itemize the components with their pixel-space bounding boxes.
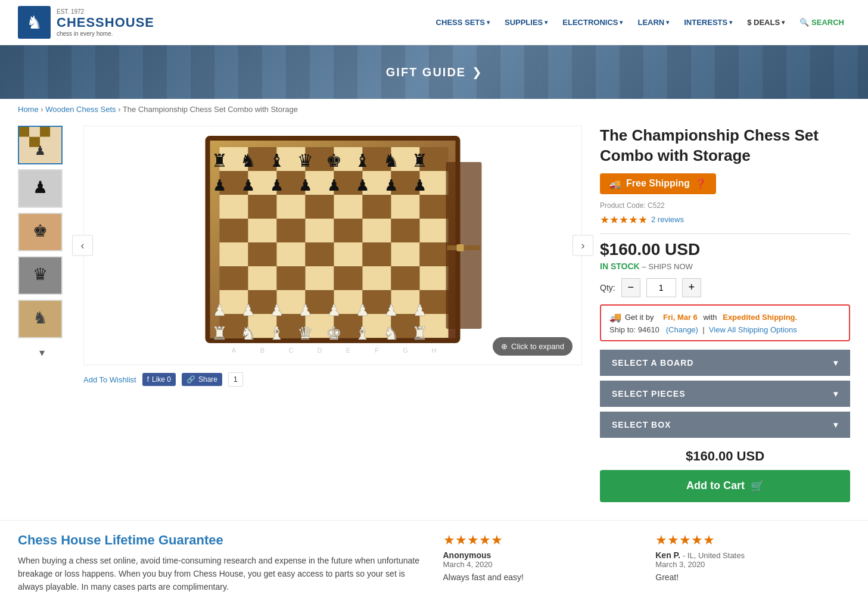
prev-image-button[interactable]: ‹ [72, 235, 93, 256]
svg-rect-56 [334, 242, 363, 266]
logo[interactable]: ♞ EST. 1972 CHESSHOUSE chess in every ho… [18, 6, 154, 39]
facebook-share-button[interactable]: 🔗 Share [182, 373, 222, 386]
view-all-shipping-link[interactable]: View All Shipping Options [709, 325, 797, 334]
svg-text:♞: ♞ [383, 151, 399, 170]
nav-supplies[interactable]: SUPPLIES ▾ [499, 13, 553, 32]
thumbnail-3[interactable]: ♚ [18, 213, 63, 251]
select-box-label: SELECT BOX [612, 420, 671, 429]
svg-text:♛: ♛ [297, 151, 313, 170]
chevron-down-icon: ▾ [545, 19, 547, 26]
chevron-down-icon: ▾ [833, 420, 838, 429]
product-code-label: Product Code: [600, 201, 646, 210]
svg-rect-63 [306, 266, 334, 290]
nav-deals[interactable]: $ DEALS ▾ [741, 13, 791, 32]
free-shipping-badge[interactable]: 🚚 Free Shipping ❓ [600, 173, 716, 194]
thumbnail-1[interactable]: ♟ [18, 126, 63, 164]
bottom-section: Chess House Lifetime Guarantee When buyi… [0, 520, 868, 606]
svg-text:♚: ♚ [33, 221, 48, 240]
fb-icon: f [147, 375, 149, 384]
svg-text:♞: ♞ [240, 323, 256, 343]
svg-rect-61 [248, 266, 277, 290]
svg-text:♟: ♟ [384, 301, 398, 319]
banner-text: GIFT GUIDE [386, 66, 466, 79]
ships-now: – SHIPS NOW [642, 262, 693, 271]
next-image-button[interactable]: › [573, 235, 593, 256]
select-box-button[interactable]: SELECT BOX ▾ [600, 412, 850, 438]
svg-rect-65 [363, 266, 391, 290]
svg-text:F: F [375, 347, 379, 354]
review-card-1: ★★★★★ Anonymous March 4, 2020 Always fas… [443, 533, 638, 594]
facebook-like-button[interactable]: f Like 0 [142, 373, 176, 386]
svg-rect-53 [248, 242, 277, 266]
thumbnail-2[interactable]: ♟ [18, 169, 63, 208]
banner-arrow-icon: ❯ [472, 65, 482, 79]
svg-rect-4 [29, 127, 40, 137]
svg-rect-3 [19, 127, 29, 137]
svg-text:♟: ♟ [356, 176, 369, 194]
svg-rect-36 [220, 195, 248, 219]
nav-chess-sets[interactable]: CHESS SETS ▾ [430, 13, 496, 32]
reviews-link[interactable]: 2 reviews [651, 215, 684, 224]
change-zip-link[interactable]: (Change) [666, 325, 698, 334]
ship-to-text: Ship to: 94610 [609, 325, 659, 334]
reviewer-name-2: Ken P. - IL, United States [655, 550, 850, 560]
thumbnail-4[interactable]: ♛ [18, 256, 63, 295]
thumbnail-scroll-down[interactable]: ▾ [18, 343, 66, 362]
divider-1 [600, 234, 850, 234]
qty-minus-button[interactable]: − [621, 278, 640, 297]
expedited-shipping-link[interactable]: Expedited Shipping. [723, 313, 797, 322]
svg-text:♟: ♟ [298, 176, 312, 194]
product-main-image: ♜ ♞ ♝ ♛ ♚ ♝ ♞ ♜ ♟ ♟ ♟ ♟ ♟ ♟ ♟ ♟ [84, 126, 581, 365]
site-header: ♞ EST. 1972 CHESSHOUSE chess in every ho… [0, 0, 868, 45]
svg-text:♞: ♞ [33, 308, 48, 327]
add-to-cart-button[interactable]: Add to Cart 🛒 [600, 470, 850, 502]
add-to-wishlist-link[interactable]: Add To Wishlist [83, 375, 136, 384]
main-image-container: ♜ ♞ ♝ ♛ ♚ ♝ ♞ ♜ ♟ ♟ ♟ ♟ ♟ ♟ ♟ ♟ [83, 126, 582, 365]
qty-label: Qty: [600, 283, 615, 292]
review-date-2: March 3, 2020 [655, 560, 850, 569]
svg-text:♟: ♟ [241, 176, 255, 194]
svg-text:♟: ♟ [241, 301, 255, 319]
qty-input[interactable] [646, 278, 676, 297]
svg-text:♟: ♟ [270, 176, 284, 194]
guarantee-title: Chess House Lifetime Guarantee [18, 533, 425, 548]
nav-search[interactable]: 🔍 SEARCH [794, 13, 850, 32]
chess-board-svg: ♜ ♞ ♝ ♛ ♚ ♝ ♞ ♜ ♟ ♟ ♟ ♟ ♟ ♟ ♟ ♟ [84, 126, 581, 365]
ship-to-line: Ship to: 94610 (Change) | View All Shipp… [609, 325, 841, 334]
guarantee-section: Chess House Lifetime Guarantee When buyi… [18, 533, 425, 594]
svg-rect-45 [248, 219, 277, 242]
nav-interests[interactable]: INTERESTS ▾ [678, 13, 738, 32]
svg-text:♟: ♟ [213, 176, 226, 194]
svg-rect-48 [334, 219, 363, 242]
nav-electronics[interactable]: ELECTRONICS ▾ [556, 13, 629, 32]
thumbnail-list: ♟ ♟ ♚ ♛ ♞ ▾ [18, 126, 66, 502]
svg-text:♞: ♞ [383, 323, 399, 343]
svg-rect-46 [277, 219, 306, 242]
gift-guide-banner[interactable]: GIFT GUIDE ❯ [0, 45, 868, 99]
svg-rect-57 [363, 242, 391, 266]
chevron-down-icon: ▾ [729, 19, 732, 26]
svg-text:♟: ♟ [356, 301, 369, 319]
nav-learn[interactable]: LEARN ▾ [631, 13, 675, 32]
svg-text:♟: ♟ [327, 301, 341, 319]
add-to-cart-text: Add to Cart [686, 480, 745, 492]
social-row: Add To Wishlist f Like 0 🔗 Share 1 [83, 365, 582, 394]
expand-image-button[interactable]: ⊕ Click to expand [493, 337, 573, 356]
svg-rect-60 [220, 266, 248, 290]
info-icon: ❓ [695, 178, 707, 189]
svg-rect-50 [391, 219, 420, 242]
breadcrumb-home[interactable]: Home [18, 105, 39, 114]
svg-text:♝: ♝ [269, 151, 285, 170]
breadcrumb-category[interactable]: Wooden Chess Sets [45, 105, 116, 114]
review-date-1: March 4, 2020 [443, 560, 638, 569]
chevron-down-icon: ▾ [487, 19, 490, 26]
svg-text:♝: ♝ [269, 323, 285, 343]
select-pieces-button[interactable]: SELECT PIECES ▾ [600, 381, 850, 407]
thumbnail-5[interactable]: ♞ [18, 300, 63, 338]
select-pieces-label: SELECT PIECES [612, 389, 685, 399]
qty-plus-button[interactable]: + [682, 278, 701, 297]
svg-text:♚: ♚ [326, 323, 342, 343]
select-board-button[interactable]: SELECT A BOARD ▾ [600, 350, 850, 376]
svg-rect-62 [277, 266, 306, 290]
svg-text:♚: ♚ [326, 151, 342, 170]
